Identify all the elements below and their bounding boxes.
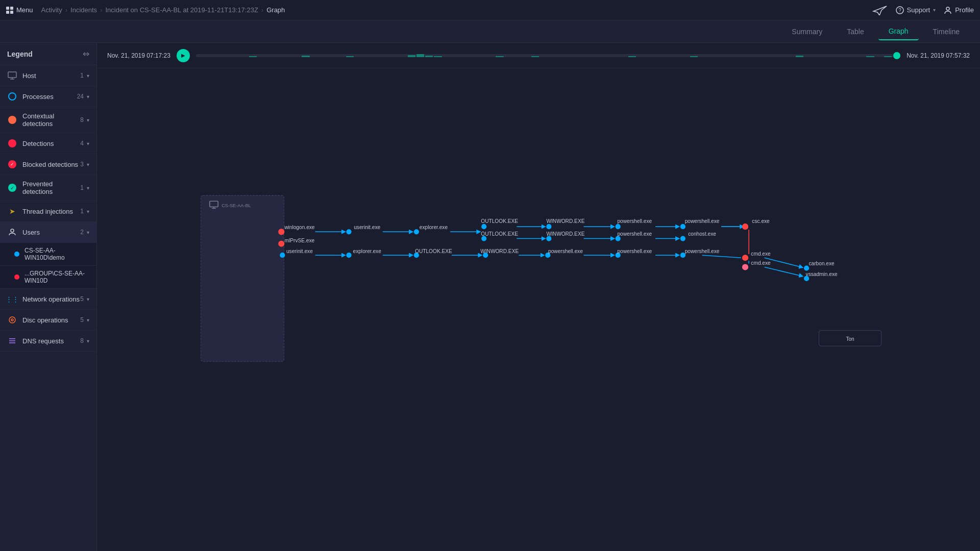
legend-item-host[interactable]: Host 1 ▾ <box>0 65 96 86</box>
process-graph: CS-SE-AA-BL winlogon.exe userinit.exe ex… <box>97 68 980 551</box>
detections-label: Detections <box>22 140 80 147</box>
disc-label: Disc operations <box>22 316 80 324</box>
userinit1-dot[interactable] <box>346 229 351 234</box>
legend-item-thread[interactable]: ➤ Thread injections 1 ▾ <box>0 201 96 222</box>
cmd1-dot[interactable] <box>742 255 748 261</box>
detections-count: 4 <box>80 140 84 147</box>
dns-label: DNS requests <box>22 337 80 345</box>
explorer1-label: explorer.exe <box>420 224 448 230</box>
processes-icon <box>7 91 17 102</box>
support-chevron: ▾ <box>933 7 936 13</box>
graph-canvas[interactable]: CS-SE-AA-BL winlogon.exe userinit.exe ex… <box>97 68 980 551</box>
psF-label: powershell.exe <box>685 248 720 254</box>
support-icon: ? <box>896 6 904 14</box>
userinit2-label: userinit.exe <box>286 248 313 254</box>
legend-item-blocked[interactable]: ✓ Blocked detections 3 ▾ <box>0 154 96 175</box>
blocked-label: Blocked detections <box>22 161 80 168</box>
timeline-track[interactable] <box>196 54 900 57</box>
host-container <box>201 195 284 362</box>
legend-item-contextual[interactable]: Contextual detections 8 ▾ <box>0 107 96 133</box>
svg-rect-3 <box>8 72 16 78</box>
legend-item-disc[interactable]: Disc operations 5 ▾ <box>0 310 96 331</box>
blocked-count: 3 <box>80 161 84 168</box>
user-item-group[interactable]: ...GROUP\CS-SE-AA-WIN10D <box>0 266 96 289</box>
menu-label: Menu <box>16 6 33 14</box>
disc-count: 5 <box>80 316 84 323</box>
grid-icon <box>6 7 13 14</box>
tabs-bar: Summary Table Graph Timeline <box>0 20 980 43</box>
host-label: Host <box>22 72 80 80</box>
users-icon <box>7 227 17 237</box>
explorer2-dot[interactable] <box>346 253 351 258</box>
ps4-label: powershell.exe <box>617 248 652 254</box>
user-group-dot <box>14 274 19 280</box>
thread-label: Thread injections <box>22 208 80 215</box>
winword1-dot[interactable] <box>546 224 551 229</box>
mlprvse-label: mlPrvSE.exe <box>285 238 315 243</box>
prevented-icon: ✓ <box>7 183 17 193</box>
graph-area: Nov. 21, 2019 07:17:23 ▶ Nov. 21, 2019 0… <box>97 43 980 551</box>
edge-psF-cmd1 <box>702 255 741 258</box>
plane-icon <box>872 5 888 15</box>
support-button[interactable]: ? Support ▾ <box>896 6 936 14</box>
contextual-label: Contextual detections <box>22 112 80 128</box>
userinit1-label: userinit.exe <box>354 224 380 230</box>
userinit2-dot[interactable] <box>280 253 285 258</box>
sidebar-header: Legend ⇔ <box>0 43 96 65</box>
psE-dot[interactable] <box>680 224 685 229</box>
play-button[interactable]: ▶ <box>177 49 190 62</box>
tab-summary[interactable]: Summary <box>781 23 832 40</box>
vssadmin-label: vssadmin.exe <box>806 271 838 277</box>
breadcrumb-incidents[interactable]: Incidents <box>70 6 97 14</box>
winlogon-red-dot[interactable] <box>278 229 284 235</box>
ps3-label: powershell.exe <box>548 248 583 254</box>
thread-count: 1 <box>80 208 84 215</box>
top-nav-right: ? Support ▾ Profile <box>872 5 974 15</box>
profile-button[interactable]: Profile <box>944 6 974 14</box>
svg-text:?: ? <box>898 8 901 13</box>
legend-item-processes[interactable]: Processes 24 ▾ <box>0 86 96 107</box>
outlook1-dot[interactable] <box>481 224 486 229</box>
profile-label: Profile <box>955 6 974 14</box>
ps1-label: powershell.exe <box>617 218 652 224</box>
cmd1-label: cmd.exe <box>751 251 771 257</box>
ps1-dot[interactable] <box>616 224 621 229</box>
svg-point-6 <box>11 229 14 232</box>
network-count: 5 <box>80 295 84 303</box>
user-demo-label: CS-SE-AA-WIN10D\demo <box>24 247 89 261</box>
dns-count: 8 <box>80 337 84 344</box>
contextual-count: 8 <box>80 116 84 123</box>
network-label: Network operations <box>22 295 80 303</box>
user-item-demo[interactable]: CS-SE-AA-WIN10D\demo <box>0 243 96 266</box>
tab-graph[interactable]: Graph <box>878 23 919 40</box>
menu-button[interactable]: Menu <box>6 6 33 14</box>
legend-item-users[interactable]: Users 2 ▾ <box>0 222 96 243</box>
processes-label: Processes <box>22 93 77 101</box>
carbon-label: carbon.exe <box>808 261 835 267</box>
user-group-label: ...GROUP\CS-SE-AA-WIN10D <box>24 270 89 284</box>
thread-icon: ➤ <box>7 206 17 216</box>
legend-item-network[interactable]: ⋮⋮ Network operations 5 ▾ <box>0 289 96 310</box>
mlprvse-dot[interactable] <box>278 241 284 247</box>
outlook2-label: OUTLOOK.EXE <box>481 231 518 237</box>
edge-cmd2-vssadmin <box>765 267 801 276</box>
timeline-bar: Nov. 21, 2019 07:17:23 ▶ Nov. 21, 2019 0… <box>97 43 980 68</box>
contextual-icon <box>7 115 17 125</box>
tab-table[interactable]: Table <box>837 23 874 40</box>
cmd2-dot[interactable] <box>742 264 748 270</box>
timeline-end: Nov. 21, 2019 07:57:32 <box>906 52 970 59</box>
breadcrumb-incident[interactable]: Incident on CS-SE-AA-BL at 2019-11-21T13… <box>105 6 258 14</box>
legend-item-prevented[interactable]: ✓ Prevented detections 1 ▾ <box>0 175 96 201</box>
breadcrumb-activity[interactable]: Activity <box>41 6 62 14</box>
legend-item-dns[interactable]: DNS requests 8 ▾ <box>0 331 96 352</box>
csc-dot[interactable] <box>742 223 748 230</box>
sidebar-collapse-button[interactable]: ⇔ <box>83 49 89 59</box>
support-label: Support <box>907 6 930 14</box>
disc-icon <box>7 315 17 325</box>
dns-icon <box>7 336 17 346</box>
legend-item-detections[interactable]: Detections 4 ▾ <box>0 133 96 154</box>
conhost-dot[interactable] <box>680 236 685 241</box>
explorer2-label: explorer.exe <box>353 248 382 254</box>
tab-timeline[interactable]: Timeline <box>923 23 970 40</box>
explorer1-dot[interactable] <box>414 229 419 234</box>
